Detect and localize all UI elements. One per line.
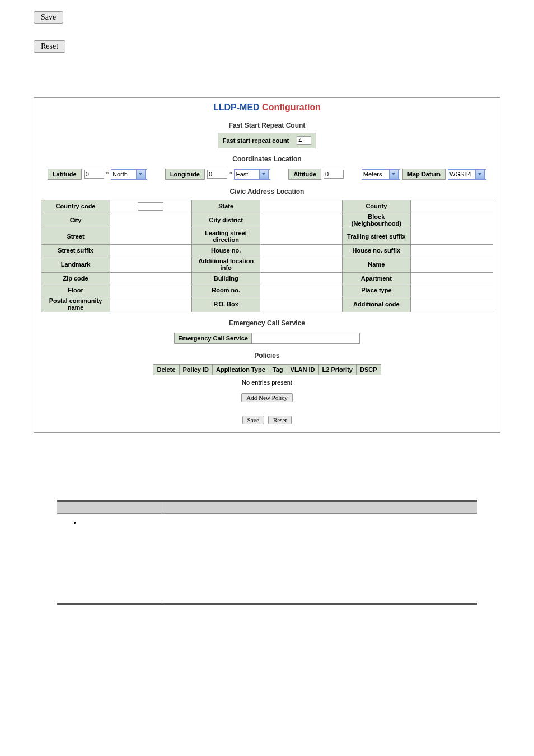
longitude-label: Longitude	[165, 169, 205, 180]
civic-input-cell[interactable]	[110, 256, 192, 273]
civic-input-cell[interactable]	[110, 284, 192, 296]
desc-description-cell	[162, 514, 477, 604]
civic-input-cell[interactable]	[110, 296, 192, 312]
reset-button-bottom[interactable]: Reset	[268, 416, 292, 424]
country-code-input[interactable]	[138, 202, 163, 211]
policies-column-header: Policy ID	[179, 365, 212, 375]
fast-start-label: Fast start repeat count	[219, 134, 293, 147]
civic-label: Landmark	[41, 256, 110, 273]
panel-title: LLDP-MED Configuration	[34, 98, 500, 117]
civic-input-cell[interactable]	[260, 296, 343, 312]
civic-input-cell[interactable]	[260, 284, 343, 296]
chevron-down-icon	[389, 170, 399, 179]
civic-label: Country code	[41, 200, 110, 212]
desc-description-header	[162, 501, 477, 514]
civic-input-cell[interactable]	[110, 200, 192, 212]
civic-label: Postal community name	[41, 296, 110, 312]
coords-title: Coordinates Location	[34, 151, 500, 165]
civic-input-cell[interactable]	[410, 212, 493, 228]
policies-column-header: Delete	[153, 365, 179, 375]
longitude-input[interactable]	[207, 170, 227, 179]
map-datum-select[interactable]: WGS84	[448, 169, 486, 180]
civic-label: State	[192, 200, 260, 212]
reset-button-top[interactable]: Reset	[34, 40, 65, 53]
civic-label: County	[342, 200, 410, 212]
civic-input-cell[interactable]	[410, 200, 493, 212]
policies-column-header: L2 Priority	[318, 365, 356, 375]
longitude-direction-select[interactable]: East	[234, 169, 270, 180]
civic-label: House no.	[192, 245, 260, 256]
civic-input-cell[interactable]	[260, 273, 343, 284]
civic-label: Street	[41, 228, 110, 245]
civic-input-cell[interactable]	[110, 212, 192, 228]
civic-label: Trailing street suffix	[342, 228, 410, 245]
latitude-label: Latitude	[48, 169, 82, 180]
civic-label: Street suffix	[41, 245, 110, 256]
civic-label: Apartment	[342, 273, 410, 284]
degree-symbol: °	[106, 171, 109, 178]
add-new-policy-button[interactable]: Add New Policy	[241, 393, 292, 402]
civic-label: Floor	[41, 284, 110, 296]
civic-input-cell[interactable]	[410, 273, 493, 284]
civic-input-cell[interactable]	[410, 245, 493, 256]
chevron-down-icon	[475, 170, 485, 179]
policies-column-header: Tag	[269, 365, 287, 375]
civic-label: Block (Neighbourhood)	[342, 212, 410, 228]
civic-input-cell[interactable]	[260, 228, 343, 245]
fast-start-title: Fast Start Repeat Count	[34, 117, 500, 132]
fast-start-input[interactable]	[297, 136, 311, 145]
altitude-input[interactable]	[324, 170, 344, 179]
civic-input-cell[interactable]	[410, 296, 493, 312]
civic-address-table: Country codeStateCountyCityCity district…	[41, 200, 493, 312]
civic-input-cell[interactable]	[260, 200, 343, 212]
policies-column-header: Application Type	[212, 365, 269, 375]
lldp-med-config-panel: LLDP-MED Configuration Fast Start Repeat…	[34, 97, 500, 433]
policies-column-header: DSCP	[356, 365, 381, 375]
civic-input-cell[interactable]	[110, 228, 192, 245]
civic-input-cell[interactable]	[260, 256, 343, 273]
civic-label: City district	[192, 212, 260, 228]
civic-input-cell[interactable]	[260, 212, 343, 228]
civic-input-cell[interactable]	[410, 284, 493, 296]
chevron-down-icon	[136, 170, 146, 179]
civic-label: Room no.	[192, 284, 260, 296]
ecs-title: Emergency Call Service	[34, 315, 500, 329]
altitude-unit-select[interactable]: Meters	[362, 169, 400, 180]
policies-title: Policies	[34, 347, 500, 362]
civic-label: Additional location info	[192, 256, 260, 273]
civic-label: Zip code	[41, 273, 110, 284]
desc-object-header	[57, 501, 162, 514]
degree-symbol: °	[229, 171, 232, 178]
ecs-label: Emergency Call Service	[175, 333, 252, 344]
map-datum-label: Map Datum	[402, 169, 446, 180]
civic-label: Name	[342, 256, 410, 273]
policies-column-header: VLAN ID	[287, 365, 318, 375]
civic-label: Building	[192, 273, 260, 284]
latitude-direction-select[interactable]: North	[111, 169, 147, 180]
civic-input-cell[interactable]	[410, 256, 493, 273]
civic-input-cell[interactable]	[260, 245, 343, 256]
civic-label: House no. suffix	[342, 245, 410, 256]
civic-input-cell[interactable]	[110, 245, 192, 256]
latitude-input[interactable]	[84, 170, 104, 179]
civic-input-cell[interactable]	[410, 228, 493, 245]
desc-object-cell: •	[57, 514, 162, 604]
civic-label: Leading street direction	[192, 228, 260, 245]
no-entries-text: No entries present	[34, 377, 500, 388]
civic-input-cell[interactable]	[110, 273, 192, 284]
civic-label: P.O. Box	[192, 296, 260, 312]
civic-label: Place type	[342, 284, 410, 296]
altitude-label: Altitude	[288, 169, 321, 180]
policies-table: DeletePolicy IDApplication TypeTagVLAN I…	[153, 364, 381, 375]
save-button-bottom[interactable]: Save	[242, 416, 264, 424]
civic-title: Civic Address Location	[34, 183, 500, 198]
save-button-top[interactable]: Save	[34, 11, 63, 24]
civic-label: City	[41, 212, 110, 228]
chevron-down-icon	[259, 170, 269, 179]
description-table: •	[57, 500, 477, 605]
civic-label: Additional code	[342, 296, 410, 312]
